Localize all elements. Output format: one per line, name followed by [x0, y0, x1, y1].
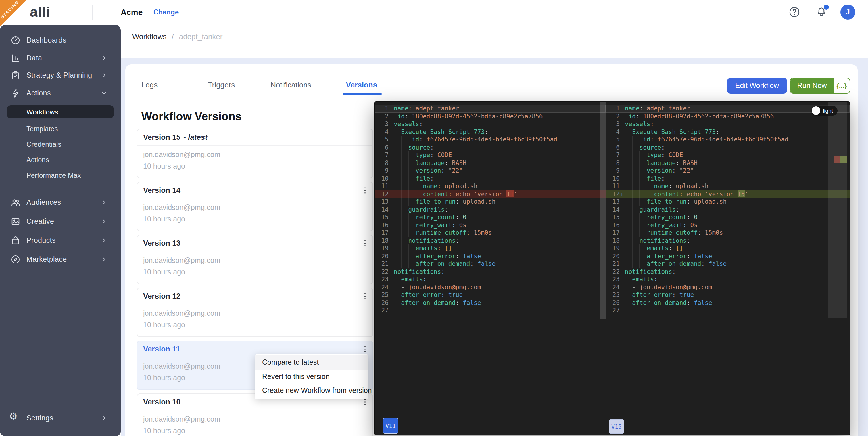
change-account-link[interactable]: Change — [153, 8, 179, 16]
sidebar: DashboardsDataStrategy & PlanningActions… — [0, 25, 121, 436]
code-line: 3vessels: — [606, 120, 849, 128]
left-pane-scrollbar[interactable] — [599, 102, 606, 319]
code-line: 11 name: upload.sh — [375, 182, 606, 190]
menu-item-create-new-workflow-from-version[interactable]: Create new Workflow from version — [255, 384, 369, 398]
line-number: 14 — [606, 206, 620, 213]
code-line: 23 emails: — [375, 275, 606, 283]
version-card-version-15[interactable]: Version 15- latestjon.davidson@pmg.com10… — [137, 129, 373, 178]
code-line: 3vessels: — [375, 120, 606, 128]
line-number: 5 — [375, 136, 389, 144]
gear-icon: ⚙ — [9, 412, 18, 421]
line-number: 3 — [606, 120, 620, 128]
right-pane-scrollbar[interactable] — [828, 102, 847, 318]
sidebar-item-actions[interactable]: Actions — [0, 84, 121, 102]
code-line: 26 after_on_demand: false — [606, 299, 849, 307]
version-menu-kebab-icon[interactable] — [359, 237, 371, 250]
notification-badge — [824, 5, 829, 10]
version-title: Version 14 — [143, 186, 181, 195]
version-card-version-13[interactable]: Version 13jon.davidson@pmg.com10 hours a… — [137, 235, 373, 284]
sidebar-item-marketplace[interactable]: Marketplace — [0, 250, 121, 269]
code-line-content: language: BASH — [625, 159, 849, 167]
sidebar-item-audiences[interactable]: Audiences — [0, 193, 121, 212]
run-now-button[interactable]: Run Now — [790, 78, 834, 93]
code-line-content: file_to_run: upload.sh — [625, 198, 849, 206]
line-number: 17 — [375, 229, 389, 237]
edit-workflow-button[interactable]: Edit Workflow — [727, 78, 787, 94]
code-line-content: vessels: — [625, 120, 849, 128]
version-card-version-14[interactable]: Version 14jon.davidson@pmg.com10 hours a… — [137, 182, 373, 231]
code-line: 15 retry_count: 0 — [606, 213, 849, 221]
avatar[interactable]: J — [840, 5, 855, 20]
line-number: 5 — [606, 136, 620, 144]
line-number: 12− — [375, 190, 389, 198]
code-line: 22notifications: — [606, 268, 849, 275]
theme-toggle[interactable]: light — [812, 106, 838, 116]
line-number: 21 — [606, 260, 620, 268]
version-menu-kebab-icon[interactable] — [359, 290, 371, 302]
account-name: Acme — [121, 7, 143, 17]
menu-item-compare-to-latest[interactable]: Compare to latest — [255, 355, 369, 370]
version-author: jon.davidson@pmg.com — [143, 415, 367, 423]
sidebar-subitem-credentials[interactable]: Credentials — [0, 136, 121, 152]
version-card-version-10[interactable]: Version 10jon.davidson@pmg.com10 hours a… — [137, 394, 373, 436]
diff-line-marker: + — [620, 190, 624, 198]
version-card-version-12[interactable]: Version 12jon.davidson@pmg.com10 hours a… — [137, 288, 373, 337]
code-line: 13 file_to_run: upload.sh — [375, 198, 606, 206]
code-line-content: content: echo 'version 11' — [394, 190, 606, 198]
sidebar-subitem-performance-max[interactable]: Performance Max — [0, 167, 121, 183]
code-line-content: _id: 180edc88-092d-4562-bdfa-c89e2c5a785… — [394, 112, 606, 120]
tab-versions[interactable]: Versions — [346, 81, 377, 89]
version-menu-kebab-icon[interactable] — [359, 184, 371, 197]
sidebar-subitem-actions[interactable]: Actions — [0, 152, 121, 167]
sidebar-item-products[interactable]: Products — [0, 231, 121, 250]
code-line-content: emails: — [394, 275, 606, 283]
code-line-content: notifications: — [394, 237, 606, 244]
code-line: 9 version: "22" — [375, 167, 606, 175]
menu-item-revert-to-this-version[interactable]: Revert to this version — [255, 370, 369, 384]
version-title: Version 10 — [143, 398, 181, 406]
code-line-content: after_on_demand: false — [394, 260, 606, 268]
line-number: 14 — [375, 206, 389, 213]
tab-triggers[interactable]: Triggers — [208, 81, 235, 89]
chevron-right-icon — [101, 199, 107, 205]
sidebar-subitem-label: Actions — [26, 155, 49, 164]
version-menu-kebab-icon[interactable] — [359, 343, 371, 355]
line-number: 13 — [606, 198, 620, 206]
sidebar-item-dashboards[interactable]: Dashboards — [0, 32, 121, 49]
breadcrumb-workflows-link[interactable]: Workflows — [132, 32, 166, 41]
line-number: 18 — [606, 237, 620, 244]
sidebar-item-data[interactable]: Data — [0, 49, 121, 67]
code-line: 24 - jon.davidson@pmg.com — [375, 283, 606, 291]
tab-notifications[interactable]: Notifications — [271, 81, 311, 89]
line-number: 24 — [375, 283, 389, 291]
run-with-params-button[interactable]: {...} — [834, 78, 849, 93]
line-number: 2 — [606, 112, 620, 120]
sidebar-subitem-workflows[interactable]: Workflows — [7, 105, 114, 118]
sidebar-item-settings[interactable]: ⚙Settings — [0, 410, 121, 427]
chevron-down-icon — [101, 90, 107, 96]
line-number: 24 — [606, 283, 620, 291]
code-line: 7 type: CODE — [606, 151, 849, 159]
sidebar-item-strategy-planning[interactable]: Strategy & Planning — [0, 67, 121, 84]
tab-logs[interactable]: Logs — [142, 81, 157, 89]
line-number: 25 — [375, 291, 389, 299]
code-line-content: name: adept_tanker — [394, 105, 606, 112]
version-title: Version 11 — [143, 345, 180, 353]
code-line: 27 — [606, 307, 849, 314]
chevron-right-icon — [101, 237, 107, 243]
breadcrumb: Workflows / adept_tanker — [132, 32, 223, 41]
code-line: 8 language: BASH — [606, 159, 849, 167]
line-number: 4 — [606, 128, 620, 136]
code-line-content: notifications: — [625, 237, 849, 244]
sidebar-item-label: Strategy & Planning — [26, 71, 92, 80]
code-line-content: type: CODE — [625, 151, 849, 159]
sidebar-subitem-templates[interactable]: Templates — [0, 121, 121, 136]
version-time: 10 hours ago — [143, 162, 367, 170]
version-badge-v11[interactable]: V11 — [383, 417, 398, 434]
line-number: 15 — [606, 213, 620, 221]
help-icon[interactable] — [788, 6, 801, 19]
version-badge-v15[interactable]: V15 — [609, 419, 624, 434]
top-bar: alli Acme Change J — [0, 0, 868, 25]
code-line-content: file: — [394, 175, 606, 182]
sidebar-item-creative[interactable]: Creative — [0, 212, 121, 231]
